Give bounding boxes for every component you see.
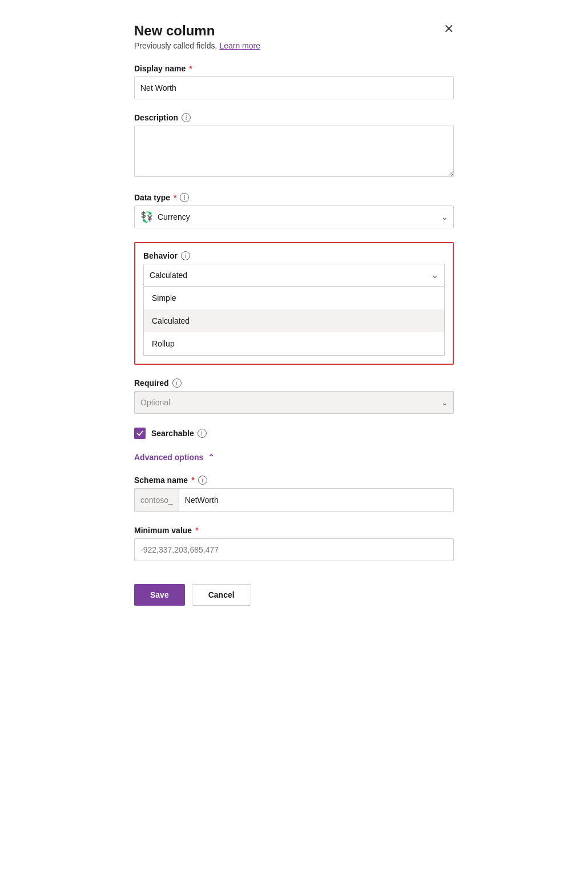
schema-name-input-group: contoso_ [134,488,454,512]
display-name-section: Display name * [134,64,454,99]
required-section: Required i Optional ⌄ [134,378,454,414]
schema-name-required-star: * [191,476,194,485]
required-star: * [189,64,192,73]
required-select[interactable]: Optional ⌄ [134,391,454,414]
behavior-select-wrapper: Calculated ⌄ Simple Calculated Rollup [143,264,445,356]
display-name-label: Display name * [134,64,454,73]
required-chevron-icon: ⌄ [441,398,448,407]
schema-name-section: Schema name * i contoso_ [134,476,454,512]
required-info-icon: i [172,378,182,388]
panel-subtitle: Previously called fields. Learn more [134,41,454,50]
data-type-label: Data type * i [134,193,454,202]
behavior-dropdown-options: Simple Calculated Rollup [143,287,445,356]
description-label: Description i [134,113,454,122]
footer-buttons: Save Cancel [134,584,454,629]
searchable-label: Searchable i [151,429,207,438]
advanced-options-chevron-icon: ⌃ [208,453,215,462]
minimum-value-section: Minimum value * [134,526,454,561]
cancel-button[interactable]: Cancel [192,584,251,606]
required-label: Required i [134,378,454,388]
searchable-info-icon: i [198,429,207,438]
advanced-options-toggle[interactable]: Advanced options ⌃ [134,453,454,462]
save-button[interactable]: Save [134,584,185,606]
data-type-required-star: * [174,193,176,202]
behavior-option-rollup[interactable]: Rollup [144,332,444,355]
minimum-value-input[interactable] [134,538,454,561]
behavior-option-simple[interactable]: Simple [144,287,444,309]
learn-more-link[interactable]: Learn more [219,41,260,50]
data-type-chevron-icon: ⌄ [441,212,448,222]
display-name-input[interactable] [134,76,454,99]
minimum-value-label: Minimum value * [134,526,454,535]
behavior-option-calculated[interactable]: Calculated [144,309,444,332]
description-input[interactable] [134,126,454,177]
checkmark-icon [136,430,143,437]
data-type-info-icon: i [180,193,189,202]
data-type-select[interactable]: 💱 Currency ⌄ [134,206,454,228]
required-select-wrapper: Optional ⌄ [134,391,454,414]
panel-title: New column [134,23,454,39]
schema-name-input[interactable] [179,489,453,512]
behavior-section: Behavior i Calculated ⌄ Simple Calculate… [134,242,454,365]
minimum-value-required-star: * [195,526,198,535]
searchable-checkbox[interactable] [134,428,146,439]
behavior-chevron-icon: ⌄ [432,271,438,280]
new-column-panel: New column Previously called fields. Lea… [134,23,454,863]
schema-prefix: contoso_ [135,489,179,512]
behavior-select[interactable]: Calculated ⌄ [143,264,445,287]
searchable-row: Searchable i [134,428,454,439]
behavior-info-icon: i [181,251,190,260]
schema-name-info-icon: i [198,476,207,485]
currency-icon: 💱 [140,211,153,223]
panel-header: New column Previously called fields. Lea… [134,23,454,50]
behavior-label: Behavior i [143,251,445,260]
schema-name-label: Schema name * i [134,476,454,485]
description-info-icon: i [182,113,191,122]
data-type-section: Data type * i 💱 Currency ⌄ [134,193,454,228]
description-section: Description i [134,113,454,179]
close-button[interactable]: ✕ [444,23,454,35]
data-type-select-wrapper: 💱 Currency ⌄ [134,206,454,228]
